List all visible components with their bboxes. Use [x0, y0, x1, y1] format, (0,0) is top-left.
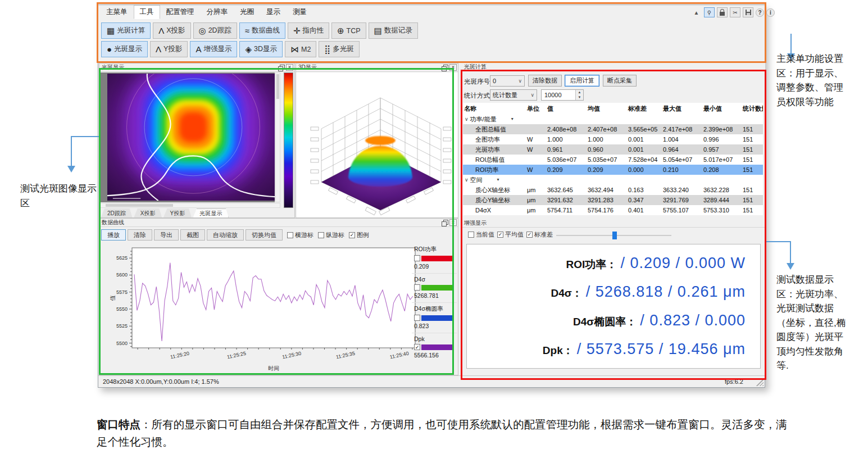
curve-button-导出[interactable]: 导出 [154, 229, 179, 241]
beam-tab-2D跟踪[interactable]: 2D跟踪 [101, 208, 133, 218]
legend-color-bar [421, 256, 453, 261]
legend-row [414, 284, 457, 291]
table-row-质心X轴坐标[interactable]: 质心X轴坐标μm3632.6453632.4940.1633633.240363… [463, 185, 763, 195]
table-row-D4σX[interactable]: D4σXμm5754.7115754.1760.4015755.1075753.… [463, 205, 763, 215]
breakpoint-capture-button[interactable]: 断点采集 [603, 75, 637, 87]
curve-button-截图[interactable]: 截图 [180, 229, 205, 241]
legend-checkbox[interactable]: ✓ [414, 344, 420, 350]
toolbar-button-2D跟踪[interactable]: ◎2D跟踪 [193, 22, 237, 39]
menu-item-工具[interactable]: 工具 [134, 5, 160, 19]
info-icon[interactable]: i [766, 8, 775, 17]
toolbar-button-指向性[interactable]: ✛指向性 [288, 22, 329, 39]
table-row-全图总幅值[interactable]: 全图总幅值2.408e+082.407e+083.565e+052.417e+0… [463, 124, 763, 134]
help-icon[interactable]: ? [756, 8, 764, 17]
enable-calc-button[interactable]: 启用计算 [565, 75, 599, 87]
beam-vertical-scrollbar[interactable] [275, 72, 280, 202]
stat-mode-select[interactable]: 统计数量 ∨ [490, 89, 537, 101]
toolbar-button-数据记录[interactable]: ▤数据记录 [369, 22, 418, 39]
toolbar-button-X投影[interactable]: ΛX投影 [153, 22, 190, 39]
enhanced-checkbox-标准差[interactable]: ✓标准差 [526, 230, 553, 239]
beam-tab-Y投影[interactable]: Y投影 [163, 208, 192, 218]
enhanced-checkbox-平均值[interactable]: ✓平均值 [497, 230, 524, 239]
legend-checkbox[interactable] [414, 255, 420, 261]
row-value: 151 [742, 144, 763, 155]
pin-icon[interactable]: ⚲ [704, 7, 715, 17]
checkbox-icon[interactable]: ✓ [497, 232, 503, 238]
curve-checkbox-纵游标[interactable]: 纵游标 [318, 231, 344, 239]
lock-icon[interactable] [717, 7, 728, 17]
toolbar-button-3D显示[interactable]: ◈3D显示 [239, 41, 283, 57]
legend-checkbox[interactable] [414, 315, 420, 321]
close-icon[interactable]: × [286, 64, 293, 71]
toolbar-button-多光斑[interactable]: ⣿多光斑 [319, 41, 360, 57]
menu-item-配置管理[interactable]: 配置管理 [160, 5, 201, 19]
collapse-caret-icon[interactable]: ∨ [463, 114, 470, 124]
collapse-icon[interactable]: ▲ [691, 7, 702, 17]
table-row-全图功率[interactable]: 全图功率W1.0001.0000.0011.0040.996151 [463, 134, 763, 144]
table-row-ROI总幅值[interactable]: ROI总幅值5.036e+075.035e+077.528e+045.054e+… [463, 155, 763, 165]
table-row-质心Y轴坐标[interactable]: 质心Y轴坐标μm3291.6323291.2830.3473291.769328… [463, 195, 763, 205]
beam-horizontal-scrollbar[interactable] [99, 203, 280, 208]
menu-item-光圈[interactable]: 光圈 [234, 5, 260, 19]
curve-checkbox-图例[interactable]: ✓图例 [349, 231, 369, 239]
curve-button-切换均值[interactable]: 切换均值 [246, 229, 283, 241]
legend-item-D4σ椭圆率: D4σ椭圆率0.823 [412, 302, 457, 333]
checkbox-label: 横游标 [295, 231, 313, 239]
scissors-icon[interactable]: ✂ [730, 7, 740, 17]
save-icon[interactable] [743, 7, 753, 17]
checkbox-icon[interactable]: ✓ [349, 232, 355, 238]
toolbar-button-光斑显示[interactable]: ●光斑显示 [101, 41, 148, 57]
curve-button-自动缩放[interactable]: 自动缩放 [207, 229, 244, 241]
enhanced-checkbox-当前值[interactable]: 当前值 [468, 230, 494, 239]
checkbox-icon[interactable] [318, 232, 324, 238]
row-value: 151 [742, 155, 763, 165]
beam-tab-光斑显示[interactable]: 光斑显示 [193, 208, 229, 218]
stat-count-spinner[interactable]: 10000 ▲▼ [541, 89, 584, 101]
svg-text:5500: 5500 [116, 341, 128, 346]
row-value: 0.209 [546, 165, 587, 175]
spot-seq-select[interactable]: 0 ∨ [490, 75, 525, 87]
checkbox-icon[interactable] [468, 232, 474, 238]
float-window-icon[interactable] [278, 65, 284, 71]
collapse-caret-icon[interactable]: ∨ [463, 175, 470, 185]
row-value: 5.036e+07 [546, 155, 587, 165]
toolbar-button-增强显示[interactable]: A增强显示 [190, 41, 237, 57]
enhanced-slider[interactable] [556, 235, 671, 236]
toolbar-button-TCP[interactable]: ⊕TCP [331, 22, 366, 39]
menu-bar: 主菜单工具配置管理分辨率光圈显示测量 [100, 7, 690, 19]
close-icon[interactable]: × [449, 64, 457, 71]
float-window-icon[interactable] [442, 220, 448, 226]
spinner-arrows[interactable]: ▲▼ [575, 90, 583, 100]
checkbox-icon[interactable]: ✓ [526, 232, 533, 238]
beam-image-area[interactable] [99, 72, 275, 202]
checkbox-icon[interactable] [287, 232, 293, 238]
3d-plot-area[interactable] [296, 72, 458, 217]
clear-data-button[interactable]: 清除数据 [528, 75, 562, 87]
toolbar-button-M2[interactable]: ⋈M2 [285, 41, 316, 57]
close-icon[interactable]: × [449, 219, 457, 226]
curve-checkbox-横游标[interactable]: 横游标 [287, 231, 313, 239]
menu-item-显示[interactable]: 显示 [260, 5, 287, 19]
curve-button-清除[interactable]: 清除 [128, 229, 152, 241]
table-row-光斑功率[interactable]: 光斑功率W0.9610.9600.0010.9640.957151 [463, 144, 763, 155]
resize-grip[interactable] [756, 379, 764, 386]
float-window-icon[interactable] [442, 65, 448, 71]
row-value: 1.000 [587, 134, 627, 144]
filter-icon[interactable]: ▾ [511, 114, 513, 124]
table-group-功率/能量[interactable]: ∨功率/能量▾ [463, 114, 763, 124]
table-row-ROI功率[interactable]: ROI功率W0.2090.2090.0000.2100.208151 [463, 165, 763, 175]
toolbar-button-光斑计算[interactable]: ▦光斑计算 [101, 22, 151, 39]
row-value: 151 [742, 165, 763, 175]
curve-button-播放[interactable]: 播放 [101, 229, 126, 241]
menu-item-分辨率[interactable]: 分辨率 [201, 5, 234, 19]
menu-item-主菜单[interactable]: 主菜单 [100, 5, 134, 19]
legend-checkbox[interactable] [414, 284, 420, 291]
spot-seq-label: 光斑序号 [464, 78, 490, 86]
toolbar-button-Y投影[interactable]: ΛY投影 [150, 41, 188, 57]
slider-handle[interactable] [612, 232, 617, 239]
toolbar-button-数据曲线[interactable]: ≈数据曲线 [239, 22, 285, 39]
beam-tab-X投影[interactable]: X投影 [134, 208, 162, 218]
filter-icon[interactable]: ▾ [497, 175, 499, 185]
table-group-空间[interactable]: ∨空间▾ [463, 175, 763, 185]
menu-item-测量[interactable]: 测量 [287, 5, 313, 19]
